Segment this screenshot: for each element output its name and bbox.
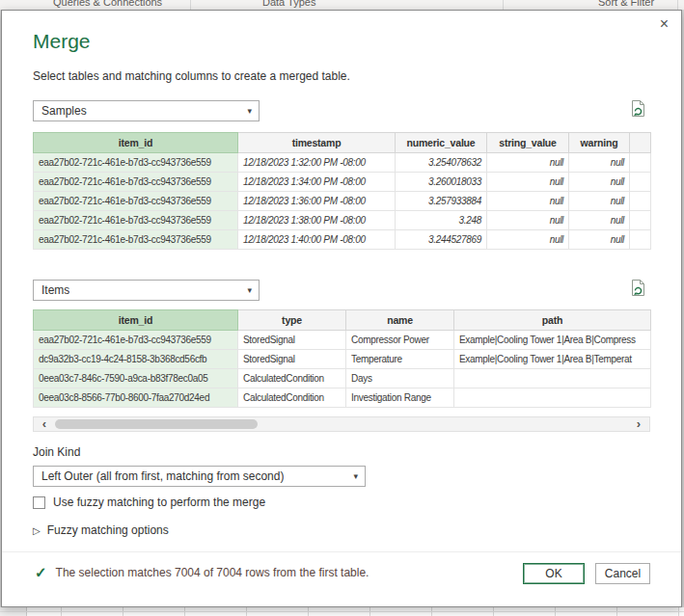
join-kind-select[interactable]: Left Outer (all from first, matching fro… — [33, 466, 366, 487]
cell-timestamp[interactable]: 12/18/2023 1:32:00 PM -08:00 — [238, 153, 396, 173]
column-header-timestamp[interactable]: timestamp — [238, 133, 396, 153]
column-header-item-id[interactable]: item_id — [34, 133, 238, 153]
cell-numeric-value[interactable]: 3.244527869 — [396, 230, 487, 250]
cell-warning[interactable]: null — [569, 173, 630, 192]
second-table-preview: item_id type name path eaa27b02-721c-461… — [33, 309, 651, 408]
first-table-preview: item_id timestamp numeric_value string_v… — [33, 132, 651, 250]
column-header-item-id[interactable]: item_id — [34, 310, 238, 331]
scrollbar-thumb[interactable] — [55, 419, 258, 429]
cell-warning[interactable]: null — [569, 211, 630, 230]
filler-cell — [630, 173, 651, 192]
refresh-preview-icon[interactable] — [630, 99, 649, 119]
cell-string-value[interactable]: null — [487, 153, 569, 173]
worksheet-strip — [0, 607, 684, 616]
column-header-type[interactable]: type — [238, 310, 346, 331]
ribbon-separator — [190, 0, 191, 10]
cell-numeric-value[interactable]: 3.260018033 — [396, 173, 487, 192]
header-row: item_id type name path — [34, 310, 651, 331]
status-row: ✓ The selection matches 7004 of 7004 row… — [35, 565, 369, 579]
fuzzy-options-expander[interactable]: ▷ Fuzzy matching options — [33, 523, 169, 537]
second-table-select-value: Items — [41, 283, 69, 297]
table-row: dc9a32b3-cc19-4c24-8158-3b368cd56cfb Sto… — [34, 350, 651, 369]
column-header-name[interactable]: name — [346, 310, 454, 331]
cell-numeric-value[interactable]: 3.257933884 — [396, 192, 487, 211]
scroll-left-icon[interactable]: ‹ — [36, 417, 53, 431]
cell-numeric-value[interactable]: 3.254078632 — [396, 153, 487, 173]
table-row: eaa27b02-721c-461e-b7d3-cc943736e559 12/… — [34, 153, 651, 173]
cell-name[interactable]: Days — [346, 369, 454, 388]
cell-item-id[interactable]: eaa27b02-721c-461e-b7d3-cc943736e559 — [34, 153, 238, 173]
join-kind-label: Join Kind — [33, 445, 80, 459]
cell-warning[interactable]: null — [569, 230, 630, 250]
cell-numeric-value[interactable]: 3.248 — [396, 211, 487, 230]
cell-type[interactable]: StoredSignal — [238, 350, 346, 369]
header-row: item_id timestamp numeric_value string_v… — [34, 133, 651, 153]
cell-item-id[interactable]: eaa27b02-721c-461e-b7d3-cc943736e559 — [34, 230, 238, 250]
chevron-down-icon: ▾ — [353, 471, 358, 481]
cell-name[interactable]: Temperature — [346, 350, 454, 369]
cell-name[interactable]: Compressor Power — [346, 331, 454, 350]
cell-item-id[interactable]: eaa27b02-721c-461e-b7d3-cc943736e559 — [34, 173, 238, 192]
cell-item-id[interactable]: eaa27b02-721c-461e-b7d3-cc943736e559 — [34, 192, 238, 211]
dialog-subtitle: Select tables and matching columns to cr… — [33, 69, 350, 83]
cell-timestamp[interactable]: 12/18/2023 1:40:00 PM -08:00 — [238, 230, 396, 250]
cell-string-value[interactable]: null — [487, 230, 569, 250]
dialog-title: Merge — [33, 30, 91, 53]
refresh-preview-icon[interactable] — [630, 279, 649, 298]
scroll-right-icon[interactable]: › — [630, 417, 647, 431]
table-row: 0eea03c7-846c-7590-a9ca-b83f78ec0a05 Cal… — [34, 369, 651, 388]
filler-cell — [630, 230, 651, 250]
cell-item-id[interactable]: 0eea03c8-8566-77b0-8600-7faa270d24ed — [34, 388, 238, 408]
excel-window: Queries & Connections Data Types Sort & … — [0, 0, 684, 616]
cell-string-value[interactable]: null — [487, 192, 569, 211]
cancel-button[interactable]: Cancel — [595, 563, 650, 584]
expander-triangle-icon: ▷ — [33, 525, 41, 536]
cell-path[interactable] — [454, 388, 651, 408]
close-icon[interactable]: × — [660, 16, 669, 32]
column-header-warning[interactable]: warning — [569, 133, 630, 153]
cell-warning[interactable]: null — [569, 192, 630, 211]
fuzzy-matching-checkbox[interactable] — [33, 496, 45, 509]
column-header-numeric-value[interactable]: numeric_value — [396, 133, 487, 153]
success-check-icon: ✓ — [35, 565, 47, 579]
ribbon-group-queries-connections: Queries & Connections — [53, 0, 162, 8]
cell-timestamp[interactable]: 12/18/2023 1:34:00 PM -08:00 — [238, 173, 396, 192]
filler-header — [630, 133, 651, 153]
filler-cell — [630, 211, 651, 230]
first-table-select[interactable]: Samples ▾ — [33, 100, 260, 121]
cell-warning[interactable]: null — [569, 153, 630, 173]
cell-path[interactable]: Example|Cooling Tower 1|Area B|Temperat — [454, 350, 651, 369]
cell-type[interactable]: CalculatedCondition — [238, 388, 346, 408]
cell-path[interactable]: Example|Cooling Tower 1|Area B|Compress — [454, 331, 651, 350]
cell-path[interactable] — [454, 369, 651, 388]
table-row: eaa27b02-721c-461e-b7d3-cc943736e559 12/… — [34, 211, 651, 230]
column-header-string-value[interactable]: string_value — [487, 133, 569, 153]
cell-item-id[interactable]: eaa27b02-721c-461e-b7d3-cc943736e559 — [34, 331, 238, 350]
table-row: eaa27b02-721c-461e-b7d3-cc943736e559 12/… — [34, 173, 651, 192]
chevron-down-icon: ▾ — [247, 285, 252, 295]
merge-dialog: × Merge Select tables and matching colum… — [1, 10, 682, 607]
cell-timestamp[interactable]: 12/18/2023 1:36:00 PM -08:00 — [238, 192, 396, 211]
cell-name[interactable]: Investigation Range — [346, 388, 454, 408]
footer-divider — [2, 551, 681, 552]
chevron-down-icon: ▾ — [247, 106, 252, 116]
filler-cell — [630, 192, 651, 211]
second-table-select[interactable]: Items ▾ — [33, 280, 260, 301]
match-status-text: The selection matches 7004 of 7004 rows … — [56, 566, 369, 579]
fuzzy-matching-row[interactable]: Use fuzzy matching to perform the merge — [33, 495, 265, 509]
cell-type[interactable]: StoredSignal — [238, 331, 346, 350]
gridline — [0, 611, 684, 612]
cell-type[interactable]: CalculatedCondition — [238, 369, 346, 388]
cell-item-id[interactable]: 0eea03c7-846c-7590-a9ca-b83f78ec0a05 — [34, 369, 238, 388]
cell-string-value[interactable]: null — [487, 211, 569, 230]
table-row: eaa27b02-721c-461e-b7d3-cc943736e559 12/… — [34, 230, 651, 250]
first-table-select-value: Samples — [41, 104, 87, 118]
ok-button[interactable]: OK — [523, 563, 585, 584]
cell-item-id[interactable]: eaa27b02-721c-461e-b7d3-cc943736e559 — [34, 211, 238, 230]
column-header-path[interactable]: path — [454, 310, 651, 331]
cell-item-id[interactable]: dc9a32b3-cc19-4c24-8158-3b368cd56cfb — [34, 350, 238, 369]
ribbon-strip: Queries & Connections Data Types Sort & … — [0, 0, 684, 10]
cell-timestamp[interactable]: 12/18/2023 1:38:00 PM -08:00 — [238, 211, 396, 230]
cell-string-value[interactable]: null — [487, 173, 569, 192]
horizontal-scrollbar[interactable]: ‹ › — [33, 416, 650, 432]
